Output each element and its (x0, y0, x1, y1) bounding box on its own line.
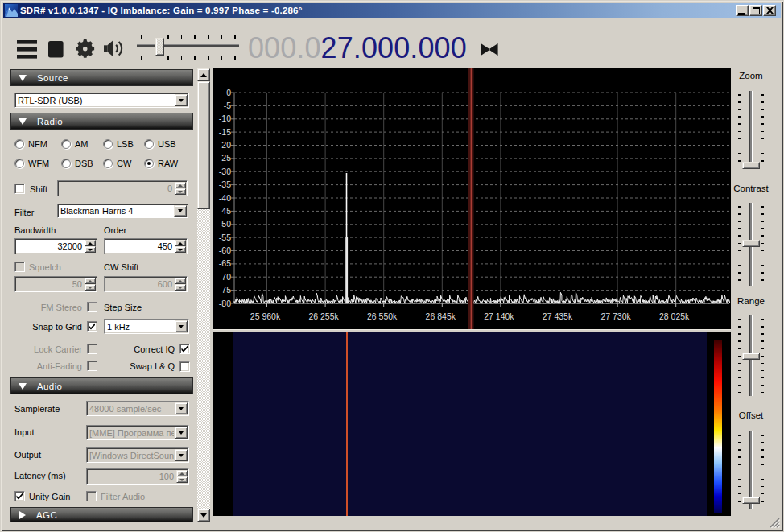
svg-text:27 140k: 27 140k (484, 311, 514, 321)
svg-text:-5: -5 (224, 101, 231, 110)
svg-text:-70: -70 (219, 272, 231, 282)
svg-text:-25: -25 (219, 153, 231, 163)
svg-text:25 960k: 25 960k (250, 311, 281, 321)
svg-text:-15: -15 (219, 127, 231, 137)
svg-text:-45: -45 (219, 206, 231, 216)
svg-text:-10: -10 (219, 113, 231, 123)
svg-text:28 025k: 28 025k (659, 311, 690, 321)
svg-text:0: 0 (226, 88, 231, 97)
svg-text:-60: -60 (219, 245, 231, 255)
svg-text:-75: -75 (219, 285, 231, 295)
svg-text:27 435k: 27 435k (543, 311, 573, 321)
svg-text:26 255k: 26 255k (308, 311, 339, 321)
svg-text:-50: -50 (219, 219, 231, 229)
svg-text:-20: -20 (219, 140, 231, 150)
svg-text:27 730k: 27 730k (600, 311, 631, 321)
svg-text:-55: -55 (219, 233, 231, 242)
svg-text:-35: -35 (219, 179, 231, 189)
svg-text:-65: -65 (219, 258, 231, 268)
svg-text:26 845k: 26 845k (426, 311, 456, 321)
svg-text:-40: -40 (219, 193, 231, 203)
svg-text:-80: -80 (219, 299, 231, 308)
svg-text:-30: -30 (219, 167, 231, 176)
svg-text:26 550k: 26 550k (367, 311, 398, 321)
